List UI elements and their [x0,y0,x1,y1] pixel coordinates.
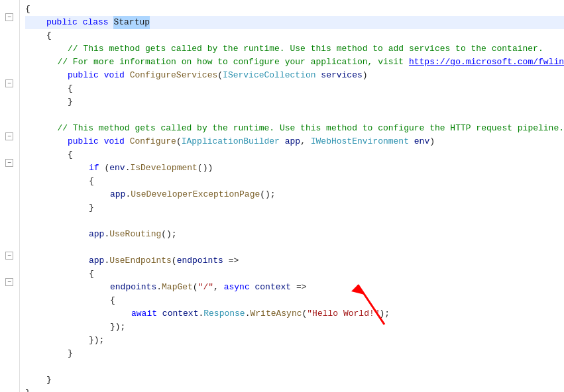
code-line-29: } [25,373,564,387]
fold-marker-2[interactable]: − [5,79,13,87]
code-line-6: public void ConfigureServices(IServiceCo… [25,69,564,82]
code-line-7: { [25,82,564,95]
code-line-20: app.UseEndpoints(endpoints => [25,254,564,268]
code-line-19 [25,241,564,254]
code-line-26: }); [25,334,564,347]
code-line-16: } [25,201,564,215]
code-line-4: // This method gets called by the runtim… [25,42,564,56]
fold-marker-1[interactable]: − [5,13,13,21]
code-line-5: // For more information on how to config… [25,56,564,69]
code-line-15: app.UseDeveloperExceptionPage(); [25,188,564,201]
code-line-12: { [25,148,564,162]
code-line-9 [25,109,564,122]
fold-marker-4[interactable]: − [5,159,13,167]
code-line-25: }); [25,320,564,334]
code-line-30: } [25,387,564,392]
code-line-23: { [25,294,564,307]
code-line-8: } [25,95,564,109]
code-line-24: await context.Response.WriteAsync("Hello… [25,307,564,320]
code-line-21: { [25,268,564,281]
code-line-11: public void Configure(IApplicationBuilde… [25,135,564,148]
fold-marker-6[interactable]: − [5,278,13,286]
fold-marker-5[interactable]: − [5,252,13,260]
code-line-2: public class Startup [25,16,564,29]
code-line-18: app.UseRouting(); [25,228,564,241]
code-line-3: { [25,29,564,42]
code-editor[interactable]: { public class Startup { // This method … [20,0,564,392]
editor-container: − − − − − − { public class Startup { // … [0,0,564,392]
code-line-17 [25,215,564,228]
code-line-10: // This method gets called by the runtim… [25,122,564,135]
code-line-14: { [25,175,564,188]
line-gutter: − − − − − − [0,0,20,392]
code-line-13: if (env.IsDevelopment()) [25,162,564,175]
code-line-22: endpoints.MapGet("/", async context => [25,281,564,294]
code-line-1: { [25,3,564,16]
code-line-28 [25,360,564,373]
code-line-27: } [25,347,564,360]
fold-marker-3[interactable]: − [5,132,13,140]
